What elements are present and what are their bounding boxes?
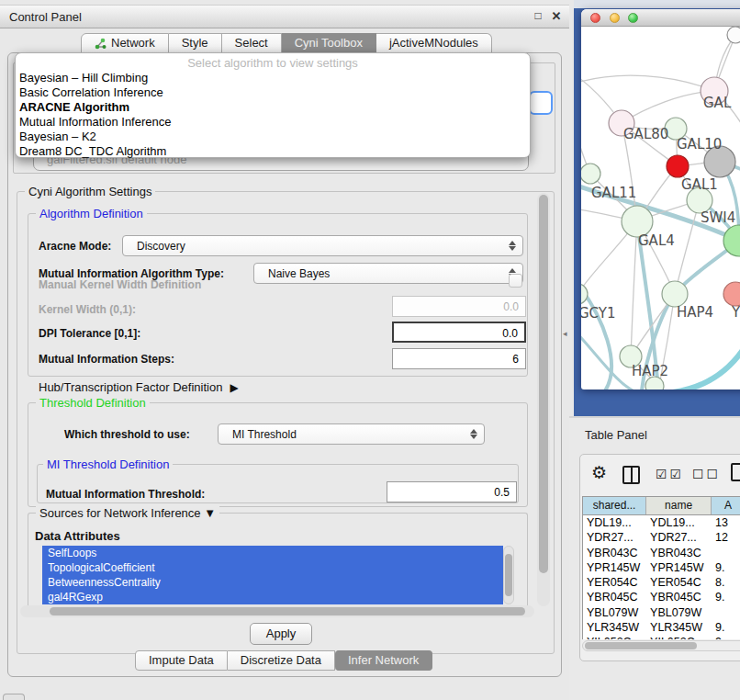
settings-vertical-scrollbar[interactable]	[537, 193, 550, 606]
table-row[interactable]: YLR345WYLR345W9.	[583, 620, 740, 635]
table-row[interactable]: YBR045CYBR045C9.	[583, 590, 740, 604]
data-attribute-item[interactable]: SelfLoops	[42, 546, 503, 560]
network-node[interactable]	[727, 27, 740, 43]
which-threshold-combo[interactable]: MI Threshold	[218, 423, 485, 445]
hidden-combo-stepper[interactable]	[529, 91, 553, 115]
algorithm-option[interactable]: Bayesian – K2	[19, 130, 526, 144]
document-icon[interactable]	[731, 463, 740, 481]
table-header-row: shared...nameA	[583, 497, 740, 515]
kernel-width-field[interactable]: 0.0	[392, 296, 526, 317]
network-node-label: SWI4	[701, 209, 735, 226]
settings-vertical-scrollbar-thumb[interactable]	[539, 195, 548, 573]
tab-jactivemnodules[interactable]: jActiveMNodules	[376, 33, 492, 53]
algorithm-option[interactable]: Dream8 DC_TDC Algorithm	[19, 144, 526, 159]
network-edge[interactable]	[631, 221, 637, 356]
network-node[interactable]	[662, 281, 688, 307]
table-row[interactable]: YBR043CYBR043C	[583, 546, 740, 560]
table-row[interactable]: YBL079WYBL079W	[583, 605, 740, 620]
data-attribute-item[interactable]: TopologicalCoefficient	[42, 560, 503, 575]
network-edge[interactable]	[622, 91, 714, 123]
gear-icon[interactable]: ⚙	[591, 462, 607, 483]
algorithm-placeholder: Select algorithm to view settings	[16, 56, 530, 70]
aracne-mode-combo[interactable]: Discovery	[122, 235, 523, 256]
mi-threshold-field[interactable]: 0.5	[387, 481, 517, 502]
settings-horizontal-scrollbar-thumb[interactable]	[50, 607, 525, 615]
data-attribute-item[interactable]: gal4RGexp	[42, 590, 503, 604]
zoom-traffic-light-icon[interactable]	[628, 13, 638, 23]
attributes-scrollbar[interactable]	[503, 546, 514, 604]
deselect-all-checks-icon[interactable]: ☐☐	[692, 467, 721, 481]
table-cell: 9.	[712, 620, 740, 635]
table-row[interactable]: YER054CYER054C8.	[583, 575, 740, 590]
table-row[interactable]: YIL052CYIL052C9	[583, 635, 740, 639]
aracne-mode-label: Aracne Mode:	[39, 240, 111, 253]
control-panel-titlebar: Control Panel □ ✕	[0, 5, 569, 28]
network-view-window[interactable]: GALGAL80GAL10GAL1GAL11SWI4GAL4GCY1HAP4YH…	[581, 9, 740, 390]
network-node[interactable]	[581, 284, 588, 304]
settings-horizontal-scrollbar[interactable]	[20, 605, 534, 617]
bottom-tab-impute-data[interactable]: Impute Data	[135, 650, 228, 671]
table-cell: YBR043C	[646, 546, 712, 560]
algorithm-option[interactable]: Basic Correlation Inference	[19, 85, 526, 100]
tab-network[interactable]: Network	[81, 33, 169, 53]
network-graph[interactable]: GALGAL80GAL10GAL1GAL11SWI4GAL4GCY1HAP4YH…	[581, 27, 740, 390]
table-cell: 9.	[712, 560, 740, 575]
manual-kernel-label: Manual Kernel Width Definition	[39, 278, 201, 291]
float-window-icon[interactable]: □	[531, 9, 545, 22]
data-attributes-list[interactable]: SelfLoopsTopologicalCoefficientBetweenne…	[42, 546, 503, 604]
algorithm-option[interactable]: Bayesian – Hill Climbing	[19, 71, 526, 85]
background-window-edge	[574, 0, 740, 8]
network-node-label: HAP4	[677, 304, 713, 321]
bottom-tab-discretize-data[interactable]: Discretize Data	[228, 650, 335, 671]
sources-group-title[interactable]: Sources for Network Inference ▼	[36, 506, 219, 520]
table-cell	[712, 605, 740, 620]
table-cell: 9.	[712, 590, 740, 604]
close-icon[interactable]: ✕	[549, 9, 564, 23]
table-horizontal-scrollbar[interactable]	[582, 640, 740, 651]
dpi-tolerance-field[interactable]: 0.0	[392, 322, 526, 343]
algorithm-option[interactable]: Mutual Information Inference	[19, 115, 526, 130]
select-all-checks-icon[interactable]: ☑☑	[656, 467, 684, 481]
table-panel-title: Table Panel	[585, 428, 647, 442]
data-attribute-item[interactable]: BetweennessCentrality	[42, 575, 503, 590]
attributes-scrollbar-thumb[interactable]	[505, 554, 512, 596]
minimize-traffic-light-icon[interactable]	[610, 13, 620, 23]
table-cell: YPR145W	[583, 560, 646, 575]
mi-type-combo[interactable]: Naive Bayes	[253, 263, 523, 284]
manual-kernel-checkbox[interactable]	[509, 274, 522, 288]
mi-steps-field[interactable]: 6	[392, 348, 526, 369]
collapsed-panel-button[interactable]	[3, 694, 25, 700]
tab-select[interactable]: Select	[222, 33, 282, 53]
table-row[interactable]: YPR145WYPR145W9.	[583, 560, 740, 575]
splitter-handle-icon[interactable]: ◂	[563, 329, 567, 338]
network-window-titlebar[interactable]	[581, 9, 740, 27]
algorithm-definition-title: Algorithm Definition	[36, 207, 147, 220]
network-canvas[interactable]: GALGAL80GAL10GAL1GAL11SWI4GAL4GCY1HAP4YH…	[581, 27, 740, 390]
tab-cyni-toolbox[interactable]: Cyni Toolbox	[282, 33, 376, 53]
algorithm-option[interactable]: ARACNE Algorithm	[19, 100, 526, 115]
tab-style[interactable]: Style	[169, 33, 222, 53]
table-horizontal-scrollbar-thumb[interactable]	[585, 642, 697, 649]
table-column-header[interactable]: name	[646, 497, 712, 514]
apply-button[interactable]: Apply	[250, 623, 312, 645]
split-columns-icon[interactable]	[622, 466, 640, 484]
algorithm-dropdown-popup: Select algorithm to view settings Bayesi…	[15, 52, 531, 158]
close-traffic-light-icon[interactable]	[590, 13, 600, 23]
hub-section-toggle[interactable]: Hub/Transcription Factor Definition▶	[39, 380, 239, 394]
network-node[interactable]	[667, 155, 689, 177]
table-row[interactable]: YDL19...YDL19...13	[583, 515, 740, 530]
node-table: shared...nameA YDL19...YDL19...13YDR27..…	[582, 496, 740, 639]
table-column-header[interactable]: A	[712, 497, 740, 514]
table-row[interactable]: YDR27...YDR27...12	[583, 530, 740, 545]
network-edge[interactable]	[673, 350, 740, 390]
table-cell: YBL079W	[583, 605, 646, 620]
network-node[interactable]	[581, 164, 600, 184]
table-cell: YBR045C	[583, 590, 646, 604]
network-node-label: GAL	[703, 95, 732, 111]
tab-label: Network	[111, 33, 155, 53]
table-column-header[interactable]: shared...	[583, 497, 646, 514]
bottom-tab-infer-network[interactable]: Infer Network	[335, 650, 432, 671]
network-edge[interactable]	[581, 75, 714, 91]
network-node[interactable]	[723, 282, 740, 306]
network-icon	[95, 38, 107, 50]
